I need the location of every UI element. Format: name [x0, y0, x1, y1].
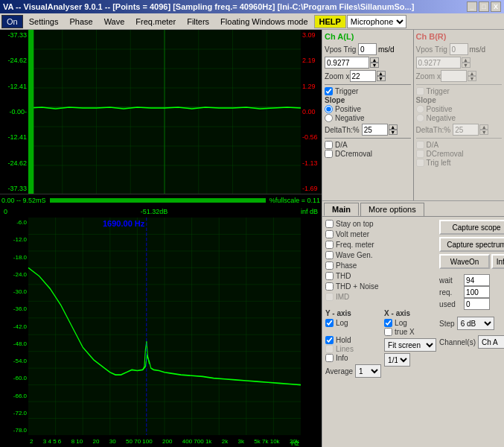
x-axis-title: X - axis [384, 309, 436, 317]
input-device-select[interactable]: Microphone [347, 15, 406, 28]
delta-up-b[interactable]: ▲ [479, 124, 488, 130]
menu-phase[interactable]: Phase [64, 15, 98, 28]
slope-title-b: Slope [416, 96, 503, 104]
x-truex-row: true X [384, 328, 436, 336]
y-lines-checkbox[interactable] [325, 345, 334, 353]
negative-radio-b[interactable] [416, 114, 424, 122]
positive-radio-b[interactable] [416, 105, 424, 113]
req-input[interactable]: 100 [464, 286, 490, 298]
step-select[interactable]: 6 dB 3 dB 1 dB [457, 317, 494, 330]
zoom-up-b[interactable]: ▲ [468, 71, 476, 76]
spectrum-x-axis: 2 3 4 5 6 8 10 20 30 50 70 100 200 400 7… [28, 435, 301, 447]
trigleft-checkbox-b[interactable] [416, 159, 424, 167]
capture-scope-button[interactable]: Capture scope [439, 220, 504, 235]
da-checkbox-b[interactable] [416, 141, 424, 149]
y-hold-label: Hold [336, 336, 351, 344]
tab-main[interactable]: Main [324, 203, 359, 216]
delta-down-a[interactable]: ▼ [389, 130, 398, 135]
positive-radio-a[interactable] [325, 105, 333, 113]
delta-up-a[interactable]: ▲ [389, 124, 398, 130]
positive-radio-row-b: Positive [416, 105, 503, 113]
used-input[interactable]: 0 [464, 298, 490, 310]
zoom-input-b[interactable] [441, 70, 467, 82]
x-truex-checkbox[interactable] [384, 328, 392, 336]
phase-checkbox[interactable] [325, 261, 334, 270]
wait-row: wait 94 [439, 274, 504, 286]
capture-spectrum-button[interactable]: Capture spectrum [439, 237, 504, 252]
zoom-row-b: Zoom x ▲ ▼ [416, 70, 503, 82]
avg-row: Average 1 2 4 8 [325, 364, 381, 378]
ms-input-a[interactable] [358, 43, 377, 55]
oscilloscope-canvas[interactable] [28, 30, 301, 194]
trigger-checkbox-b[interactable] [416, 87, 424, 95]
imd-checkbox[interactable] [325, 293, 334, 301]
zoom-down-a[interactable]: ▼ [377, 76, 386, 81]
da-checkbox-a[interactable] [325, 141, 333, 149]
zoom-input-a[interactable]: 22 [350, 70, 376, 82]
ms-label-b: ms/d [470, 45, 486, 54]
menu-freqmeter[interactable]: Freq.meter [130, 15, 181, 28]
info-button[interactable]: Info [491, 254, 504, 269]
volt-down-a[interactable]: ▼ [370, 63, 379, 68]
y-info-checkbox[interactable] [325, 354, 334, 362]
menu-on[interactable]: On [1, 15, 23, 28]
menu-help[interactable]: HELP [314, 15, 346, 28]
wave-gen-checkbox[interactable] [325, 251, 334, 259]
menu-settings[interactable]: Settings [24, 15, 64, 28]
channel-b-title: Ch B(R) [416, 32, 503, 41]
trigleft-label-b: Trig left [427, 159, 451, 167]
minimize-button[interactable]: _ [467, 1, 477, 12]
y-hold-checkbox[interactable] [325, 336, 334, 344]
y-log-row: Log [325, 319, 381, 327]
delta-down-b[interactable]: ▼ [479, 130, 488, 135]
thd-noise-row: THD + Noise [325, 282, 436, 291]
capture-col: Capture scope Capture spectrum WaveOn In… [439, 220, 504, 444]
stay-on-top-checkbox[interactable] [325, 220, 334, 228]
zoom-spin-a: ▲ ▼ [377, 71, 386, 81]
dc-checkbox-b[interactable] [416, 150, 424, 158]
ms-label-a: ms/d [378, 45, 395, 54]
menu-floating[interactable]: Floating Windows mode [215, 15, 313, 28]
wait-input[interactable]: 94 [464, 274, 490, 286]
channel-select[interactable]: Ch A Ch B Ch A+B [478, 335, 504, 349]
thd-noise-checkbox[interactable] [325, 282, 334, 291]
avg-select[interactable]: 1 2 4 8 [355, 364, 381, 378]
fit-screen-select[interactable]: Fit screen [384, 338, 436, 352]
volt-up-b[interactable]: ▲ [462, 57, 470, 63]
freq-meter-checkbox[interactable] [325, 241, 334, 249]
menu-wave[interactable]: Wave [99, 15, 130, 28]
volt-meter-checkbox[interactable] [325, 230, 334, 238]
scope-time-range: 0.00 -- 9.52mS [1, 197, 46, 204]
volt-input-b[interactable]: 0.9277 [416, 57, 461, 69]
vpos-label-b: Vpos Trig [416, 45, 450, 54]
negative-radio-a[interactable] [325, 114, 333, 122]
y-log-checkbox[interactable] [325, 319, 334, 327]
thd-checkbox[interactable] [325, 272, 334, 280]
maximize-button[interactable]: □ [479, 1, 489, 12]
negative-label-a: Negative [335, 114, 364, 122]
ms-input-b[interactable] [450, 43, 468, 55]
close-button[interactable]: X [491, 1, 501, 12]
req-row: req. 100 [439, 286, 504, 298]
volt-up-a[interactable]: ▲ [370, 57, 379, 63]
x-log-checkbox[interactable] [384, 319, 392, 327]
wave-on-button[interactable]: WaveOn [439, 254, 490, 269]
delta-input-b[interactable]: 25 [453, 124, 479, 136]
menu-filters[interactable]: Filters [182, 15, 214, 28]
volt-input-a[interactable]: 0.9277 [325, 57, 369, 69]
channel-b-panel: Ch B(R) Vpos Trig ms/d 0.9277 ▲ ▼ Zoom x [414, 30, 505, 200]
spectrum-analyzer[interactable]: 1690.00 Hz dBpp [0, 218, 322, 447]
delta-input-a[interactable]: 25 [362, 124, 388, 136]
volt-down-b[interactable]: ▼ [462, 63, 470, 68]
trigger-checkbox-a[interactable] [325, 87, 333, 95]
zoom-down-b[interactable]: ▼ [468, 76, 476, 81]
top-scope: -37.33 -24.62 -12.41 -0.00- -12.41 -24.6… [0, 30, 322, 194]
options-col: Stay on top Volt meter Freq. meter Wave … [325, 220, 436, 444]
dc-row-a: DCremoval [325, 150, 411, 158]
dc-checkbox-a[interactable] [325, 150, 333, 158]
zoom-up-a[interactable]: ▲ [377, 71, 386, 76]
tab-more-options[interactable]: More options [360, 203, 424, 216]
fit-screen-row: Fit screen [384, 338, 436, 352]
wait-section: wait 94 req. 100 used 0 [439, 274, 504, 310]
ratio-select[interactable]: 1/1 1/2 1/4 [384, 353, 410, 367]
